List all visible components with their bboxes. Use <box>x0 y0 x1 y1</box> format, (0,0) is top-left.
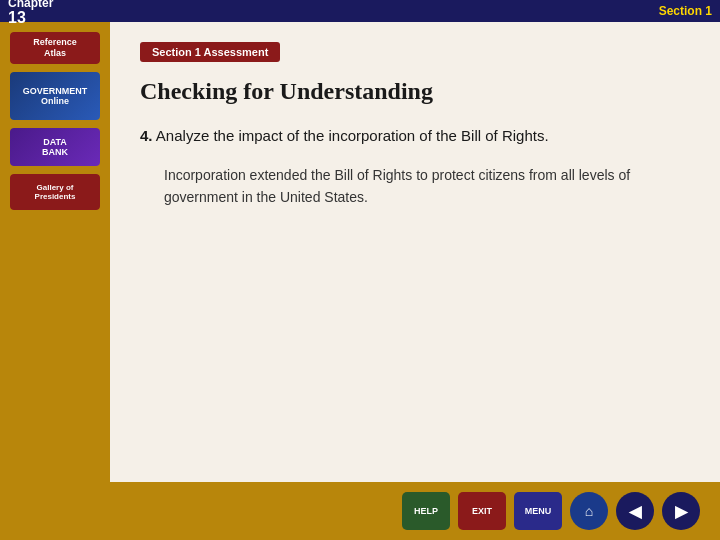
sidebar-item-reference[interactable]: Reference Atlas <box>10 32 100 64</box>
chapter-label-block: Chapter 13 <box>8 0 53 26</box>
question-number: 4. <box>140 127 153 144</box>
back-button[interactable]: ◀ <box>616 492 654 530</box>
answer-text: Incorporation extended the Bill of Right… <box>164 164 690 209</box>
menu-button[interactable]: MENU <box>514 492 562 530</box>
sidebar: Reference Atlas GOVERNMENT Online DATA B… <box>0 22 110 540</box>
sidebar-item-data-bank[interactable]: DATA BANK <box>10 128 100 166</box>
help-button[interactable]: HELP <box>402 492 450 530</box>
question-text: Analyze the impact of the incorporation … <box>156 127 549 144</box>
sidebar-item-gov-online[interactable]: GOVERNMENT Online <box>10 72 100 120</box>
home-button[interactable]: ⌂ <box>570 492 608 530</box>
data-bank-button[interactable]: DATA BANK <box>10 128 100 166</box>
main-content: Section 1 Assessment Checking for Unders… <box>110 22 720 502</box>
sidebar-item-gallery[interactable]: Gallery of Presidents <box>10 174 100 210</box>
page-title: Checking for Understanding <box>140 78 690 105</box>
home-icon: ⌂ <box>585 503 593 519</box>
question-block: 4. Analyze the impact of the incorporati… <box>140 125 690 148</box>
chapter-number: 13 <box>8 10 53 26</box>
assessment-badge: Section 1 Assessment <box>140 42 280 62</box>
top-header: Chapter 13 Section 1 <box>0 0 720 22</box>
back-arrow-icon: ◀ <box>629 502 641 521</box>
forward-arrow-icon: ▶ <box>675 502 687 521</box>
exit-button[interactable]: EXIT <box>458 492 506 530</box>
forward-button[interactable]: ▶ <box>662 492 700 530</box>
section-label: Section 1 <box>659 4 712 18</box>
reference-atlas-button[interactable]: Reference Atlas <box>10 32 100 64</box>
bottom-toolbar: HELP EXIT MENU ⌂ ◀ ▶ <box>110 482 720 540</box>
gallery-button[interactable]: Gallery of Presidents <box>10 174 100 210</box>
gov-online-button[interactable]: GOVERNMENT Online <box>10 72 100 120</box>
